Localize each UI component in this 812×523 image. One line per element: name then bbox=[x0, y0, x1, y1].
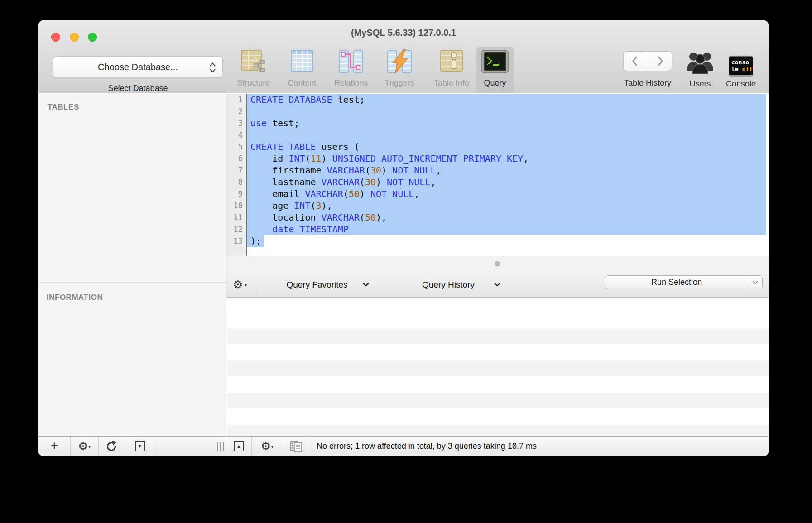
tab-triggers[interactable]: Triggers bbox=[376, 47, 423, 93]
code-line: date TIMESTAMP bbox=[247, 223, 766, 235]
chevron-down-icon bbox=[494, 282, 501, 287]
select-database-caption: Select Database bbox=[53, 84, 223, 93]
refresh-button[interactable] bbox=[99, 437, 124, 456]
gear-icon: ⚙ bbox=[261, 440, 271, 453]
toolbar-divider bbox=[254, 272, 254, 297]
code-line: use test; bbox=[247, 117, 766, 129]
triangle-up-box-icon: ▲ bbox=[234, 441, 244, 451]
line-number: 5 bbox=[226, 141, 243, 153]
query-favorites-label: Query Favorites bbox=[272, 280, 362, 290]
structure-table-icon bbox=[230, 47, 277, 77]
caret-down-icon: ▾ bbox=[245, 282, 247, 288]
tab-content[interactable]: Content bbox=[279, 47, 326, 93]
chevron-down-icon bbox=[752, 280, 759, 285]
triangle-down-box-icon: ▼ bbox=[135, 441, 145, 451]
table-info-icon bbox=[428, 47, 475, 77]
tab-query[interactable]: Query bbox=[476, 47, 514, 93]
splitter-handle-icon[interactable] bbox=[495, 261, 500, 266]
query-log-button[interactable] bbox=[283, 437, 310, 456]
sidebar: TABLES INFORMATION bbox=[38, 94, 226, 436]
window-header: (MySQL 5.6.33) 127.0.0.1 Choose Database… bbox=[38, 20, 769, 93]
console-label: Console bbox=[725, 79, 757, 89]
table-history-control bbox=[623, 51, 672, 71]
document-log-icon bbox=[290, 440, 303, 453]
relations-icon bbox=[327, 47, 375, 77]
code-line: CREATE TABLE users ( bbox=[247, 141, 766, 153]
console-button[interactable]: conso le off Console bbox=[725, 47, 757, 89]
add-button[interactable]: + bbox=[38, 437, 71, 456]
tab-relations-label: Relations bbox=[327, 78, 375, 88]
result-gear-menu[interactable]: ⚙▾ bbox=[252, 437, 283, 456]
choose-database-dropdown[interactable]: Choose Database... bbox=[53, 56, 223, 78]
code-line: id INT(11) UNSIGNED AUTO_INCREMENT PRIMA… bbox=[247, 153, 766, 164]
status-message: No errors; 1 row affected in total, by 3… bbox=[317, 441, 537, 451]
chevron-down-icon bbox=[362, 282, 370, 287]
gear-icon: ⚙ bbox=[78, 440, 88, 453]
sidebar-gear-menu[interactable]: ⚙▾ bbox=[71, 437, 99, 456]
chevron-right-icon bbox=[655, 54, 664, 68]
query-result-list[interactable] bbox=[227, 298, 769, 436]
triggers-lightning-icon bbox=[376, 47, 423, 77]
line-number: 1 bbox=[226, 94, 243, 106]
code-line: CREATE DATABASE test; bbox=[247, 94, 766, 106]
line-number: 12 bbox=[226, 223, 243, 235]
line-number: 8 bbox=[226, 176, 243, 188]
tab-relations[interactable]: Relations bbox=[327, 47, 375, 93]
sql-code-area[interactable]: CREATE DATABASE test;use test;CREATE TAB… bbox=[247, 94, 766, 256]
table-history-group: Table History bbox=[617, 47, 678, 88]
information-section-header: INFORMATION bbox=[47, 293, 103, 302]
choose-database-value: Choose Database... bbox=[98, 62, 178, 72]
refresh-icon bbox=[106, 441, 117, 452]
line-number: 11 bbox=[226, 211, 243, 223]
status-message-cell: No errors; 1 row affected in total, by 3… bbox=[310, 437, 769, 456]
caret-down-icon: ▾ bbox=[88, 443, 91, 450]
code-line: email VARCHAR(50) NOT NULL, bbox=[247, 188, 766, 200]
line-number: 9 bbox=[226, 188, 243, 200]
line-number: 6 bbox=[226, 153, 243, 164]
chevron-left-icon bbox=[631, 54, 640, 68]
run-selection-button[interactable]: Run Selection bbox=[605, 275, 763, 289]
pane-splitter[interactable] bbox=[226, 256, 769, 272]
code-line: lastname VARCHAR(30) NOT NULL, bbox=[247, 176, 766, 188]
expand-panel-button[interactable]: ▲ bbox=[226, 437, 252, 456]
console-icon: conso le off bbox=[729, 56, 753, 77]
query-favorites-dropdown[interactable]: Query Favorites bbox=[272, 272, 370, 297]
run-options-chevron[interactable] bbox=[748, 276, 762, 289]
users-button[interactable]: Users bbox=[684, 47, 716, 89]
window-title: (MySQL 5.6.33) 127.0.0.1 bbox=[38, 28, 769, 38]
tab-query-label: Query bbox=[476, 78, 514, 88]
line-number: 3 bbox=[226, 117, 243, 129]
plus-icon: + bbox=[51, 438, 58, 453]
users-icon bbox=[684, 47, 716, 77]
drag-handle[interactable] bbox=[215, 437, 226, 456]
tab-table-info[interactable]: Table Info bbox=[428, 47, 475, 93]
code-line: age INT(3), bbox=[247, 200, 766, 211]
popup-updown-icon bbox=[209, 62, 216, 76]
history-back-button[interactable] bbox=[624, 52, 648, 71]
tab-structure[interactable]: Structure bbox=[230, 47, 277, 93]
line-number: 7 bbox=[226, 164, 243, 176]
tab-content-label: Content bbox=[279, 78, 326, 88]
empty-row-stripes bbox=[227, 312, 769, 436]
query-gear-menu[interactable]: ⚙ ▾ bbox=[228, 272, 252, 297]
app-window: (MySQL 5.6.33) 127.0.0.1 Choose Database… bbox=[38, 20, 769, 456]
status-bar: + ⚙▾ ▼ ▲ ⚙▾ No errors; 1 row affected in… bbox=[38, 436, 769, 456]
code-line: firstname VARCHAR(30) NOT NULL, bbox=[247, 164, 766, 176]
caret-down-icon: ▾ bbox=[271, 443, 274, 450]
tab-structure-label: Structure bbox=[230, 78, 277, 88]
query-controls-bar: ⚙ ▾ Query Favorites Query History Run Se… bbox=[226, 272, 769, 298]
query-history-dropdown[interactable]: Query History bbox=[403, 272, 501, 297]
line-number-gutter: 12345678910111213 bbox=[226, 94, 247, 256]
code-line: ); bbox=[247, 235, 766, 247]
statusbar-spacer bbox=[156, 437, 215, 456]
line-number: 4 bbox=[226, 129, 243, 141]
sql-editor[interactable]: 12345678910111213 CREATE DATABASE test;u… bbox=[226, 94, 769, 256]
code-line bbox=[247, 106, 766, 117]
line-number: 10 bbox=[226, 200, 243, 211]
line-number: 2 bbox=[226, 106, 243, 117]
tab-table-info-label: Table Info bbox=[428, 78, 475, 88]
collapse-panel-button[interactable]: ▼ bbox=[124, 437, 156, 456]
query-terminal-icon bbox=[476, 47, 514, 77]
code-line: location VARCHAR(50), bbox=[247, 211, 766, 223]
history-forward-button[interactable] bbox=[648, 52, 672, 71]
